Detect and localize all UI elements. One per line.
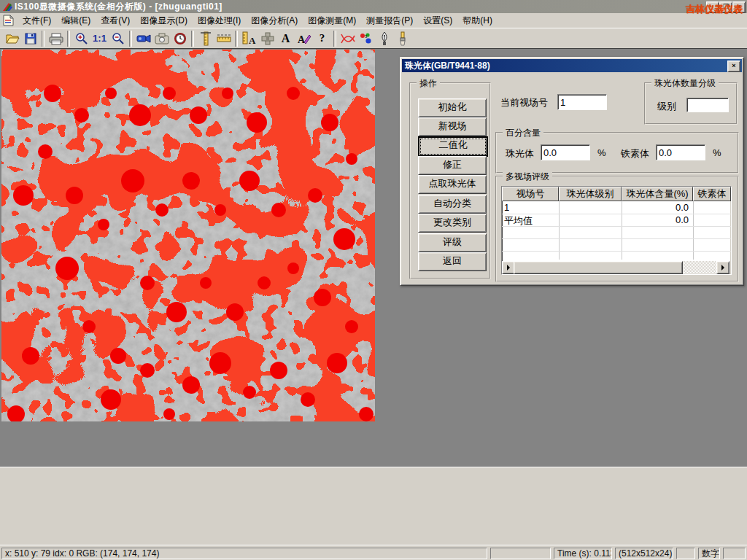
curve-tool-button[interactable]	[338, 29, 357, 47]
percent-sign: %	[597, 147, 606, 158]
cursor-position-status: x: 510 y: 79 idx: 0 RGB: (174, 174, 174)	[1, 548, 487, 559]
menu-settings[interactable]: 设置(S)	[418, 13, 457, 28]
caliper-button[interactable]	[196, 29, 214, 47]
dialog-title-bar[interactable]: 珠光体(GB/T9441-88) ×	[402, 59, 742, 72]
pearlite-label: 珠光体	[506, 147, 534, 160]
change-class-button[interactable]: 更改类别	[418, 214, 487, 233]
curve-tool-icon	[340, 32, 356, 45]
window-title: IS100显微摄像系统(金相分析版) - [zhuguangti01]	[15, 1, 222, 13]
new-field-button[interactable]: 新视场	[418, 117, 487, 136]
text-button[interactable]: A	[276, 29, 295, 47]
pen-button[interactable]	[375, 29, 393, 47]
pen-nib-icon	[379, 31, 390, 46]
grading-group: 珠光体数量分级 级别	[644, 82, 738, 125]
bottom-panel: DKF.bmp Doubl... Doubl... Doubl... HuiTi…	[0, 467, 747, 545]
current-field-input[interactable]	[557, 94, 607, 110]
toolbar-separator	[129, 31, 132, 47]
zoom-out-icon	[112, 32, 125, 45]
svg-text:A: A	[249, 35, 256, 46]
col-pearlite-grade[interactable]: 珠光体级别	[559, 187, 622, 201]
metallographic-image[interactable]	[1, 50, 375, 421]
edit-text-icon: A	[297, 32, 311, 45]
pick-pearlite-button[interactable]: 点取珠光体	[418, 175, 487, 194]
table-h-scrollbar[interactable]	[502, 261, 729, 273]
return-button[interactable]: 返回	[418, 252, 487, 271]
measure-text-icon: A	[242, 31, 257, 46]
edit-text-button[interactable]: A	[295, 29, 313, 47]
grid-button[interactable]	[258, 29, 276, 47]
percent-sign: %	[713, 147, 721, 158]
classify-points-button[interactable]: 3	[357, 29, 375, 47]
clock-icon	[174, 32, 187, 45]
scroll-right-button[interactable]	[716, 261, 729, 274]
percent-group: 百分含量 珠光体 % 铁素体 %	[495, 132, 739, 174]
toolbar-separator	[333, 31, 336, 47]
help-button[interactable]: ?	[313, 29, 331, 47]
binarize-button[interactable]: 二值化	[418, 136, 488, 157]
document-icon	[3, 15, 14, 26]
measure-label-button[interactable]: A	[240, 29, 258, 47]
brush-button[interactable]	[393, 29, 411, 47]
open-folder-icon	[5, 32, 20, 45]
empty-status-panel	[723, 548, 746, 559]
col-field-number[interactable]: 视场号	[502, 187, 559, 201]
snapshot-button[interactable]	[152, 29, 171, 47]
ferrite-percent-input[interactable]	[656, 144, 705, 160]
grid-cross-icon	[261, 32, 274, 45]
image-dimensions-status: (512x512x24)	[615, 548, 673, 559]
col-ferrite[interactable]: 铁素体	[693, 187, 731, 201]
menu-help[interactable]: 帮助(H)	[457, 13, 498, 28]
empty-status-panel	[676, 548, 695, 559]
empty-status-panel	[490, 548, 551, 559]
rate-button[interactable]: 评级	[418, 233, 487, 252]
status-bar: x: 510 y: 79 idx: 0 RGB: (174, 174, 174)…	[0, 545, 747, 560]
operation-group-label: 操作	[417, 77, 440, 90]
ferrite-label: 铁素体	[621, 147, 649, 160]
print-button[interactable]	[47, 29, 65, 47]
menu-image-processing[interactable]: 图像处理(I)	[193, 13, 246, 28]
help-icon: ?	[320, 32, 325, 44]
percent-group-label: 百分含量	[503, 127, 543, 139]
classify-points-icon: 3	[359, 32, 374, 45]
auto-classify-button[interactable]: 自动分类	[418, 195, 487, 214]
pearlite-percent-input[interactable]	[541, 144, 590, 160]
dialog-close-button[interactable]: ×	[727, 61, 740, 72]
zoom-in-icon	[75, 32, 88, 45]
text-icon: A	[282, 32, 290, 45]
col-pearlite-content[interactable]: 珠光体含量(%)	[622, 187, 693, 201]
mode-status: 数字	[698, 548, 720, 559]
menu-image-measure[interactable]: 图像测量(M)	[303, 13, 361, 28]
zoom-out-button[interactable]	[109, 29, 127, 47]
menu-edit[interactable]: 编辑(E)	[56, 13, 96, 28]
save-button[interactable]	[21, 29, 39, 47]
toolbar-separator	[191, 31, 194, 47]
rating-table: 视场号 珠光体级别 珠光体含量(%) 铁素体 1 0.0 平均值	[501, 186, 732, 275]
correct-button[interactable]: 修正	[418, 156, 487, 175]
grading-group-label: 珠光体数量分级	[651, 77, 719, 90]
camera-icon	[155, 33, 169, 44]
ruler-icon	[217, 34, 231, 44]
one-to-one-icon: 1:1	[93, 33, 107, 44]
scrollbar-thumb[interactable]	[514, 261, 683, 274]
video-camera-button[interactable]	[134, 29, 152, 47]
menu-measure-report[interactable]: 测量报告(P)	[361, 13, 418, 28]
initialize-button[interactable]: 初始化	[418, 98, 487, 117]
operation-group: 操作 初始化 新视场 二值化 修正 点取珠光体 自动分类 更改类别 评级 返回	[409, 82, 491, 279]
menu-view[interactable]: 查看(V)	[96, 13, 135, 28]
menu-image-analysis[interactable]: 图像分析(A)	[246, 13, 303, 28]
open-file-button[interactable]	[3, 29, 21, 47]
floppy-disk-icon	[24, 32, 37, 45]
row-field: 平均值	[504, 214, 533, 228]
ruler-button[interactable]	[214, 29, 233, 47]
menu-image-display[interactable]: 图像显示(D)	[135, 13, 193, 28]
level-input[interactable]	[686, 98, 729, 112]
menu-bar: 文件(F) 编辑(E) 查看(V) 图像显示(D) 图像处理(I) 图像分析(A…	[0, 13, 747, 28]
pearlite-dialog: 珠光体(GB/T9441-88) × 操作 初始化 新视场 二值化 修正 点取珠…	[400, 57, 744, 286]
timer-button[interactable]	[171, 29, 189, 47]
caliper-icon	[200, 31, 212, 46]
vendor-watermark: 吉林仪器仪表	[686, 3, 743, 16]
zoom-in-button[interactable]	[72, 29, 90, 47]
menu-file[interactable]: 文件(F)	[18, 13, 56, 28]
app-icon	[2, 1, 12, 12]
actual-size-button[interactable]: 1:1	[90, 29, 109, 47]
